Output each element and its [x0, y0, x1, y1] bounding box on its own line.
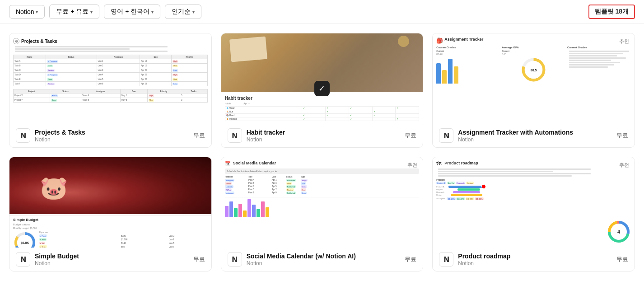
card-name-habit: Habit tracker	[247, 129, 401, 136]
card-thumbnail-roadmap: 추천 🗺 Product roadmap Projects Feature A	[433, 157, 635, 248]
card-footer-roadmap: 𝗡 Product roadmap Notion 무료	[433, 248, 635, 271]
price-filter-label: 무료 + 유료	[56, 8, 89, 16]
card-footer-habit: 𝗡 Habit tracker Notion 무료	[221, 124, 423, 147]
notion-logo-habit: 𝗡	[228, 128, 242, 143]
card-product-roadmap[interactable]: 추천 🗺 Product roadmap Projects Feature A	[432, 157, 635, 271]
card-thumbnail-budget: Simple Budget Budget buttons Monthly bud…	[9, 157, 211, 248]
card-price-projects: 무료	[193, 131, 205, 140]
card-author-habit: Notion	[247, 136, 401, 143]
price-filter-btn[interactable]: 무료 + 유료 ▾	[49, 5, 99, 19]
card-name-social: Social Media Calendar (w/ Notion AI)	[247, 253, 401, 260]
card-thumbnail-habit: Habit tracker Habits Apr → 💧 Water✓✓✓✓ 🏃…	[221, 33, 423, 124]
lang-filter-btn[interactable]: 영어 + 한국어 ▾	[104, 5, 160, 19]
card-price-social: 무료	[405, 255, 416, 263]
card-thumbnail-assignment: 추천 🎒 Assignment Tracker Course Grades Cu…	[433, 33, 635, 124]
notion-logo-roadmap: 𝗡	[439, 252, 453, 267]
card-name-roadmap: Product roadmap	[458, 253, 612, 260]
notion-chevron-icon: ▾	[36, 9, 38, 14]
card-thumbnail-projects: ⚙ Projects & Tasks NameStatusAssigneeDue…	[9, 33, 211, 124]
card-info-budget: Simple Budget Notion	[35, 253, 189, 267]
notion-filter-label: Notion	[16, 8, 34, 15]
card-author-budget: Notion	[35, 260, 189, 267]
card-footer-assignment: 𝗡 Assignment Tracker with Automations No…	[433, 124, 635, 147]
template-grid: ⚙ Projects & Tasks NameStatusAssigneeDue…	[0, 24, 644, 281]
card-price-roadmap: 무료	[616, 255, 628, 263]
card-assignment-tracker[interactable]: 추천 🎒 Assignment Tracker Course Grades Cu…	[432, 33, 635, 148]
card-social-media[interactable]: 추천 📅 Social Media Calendar Schedule that…	[221, 157, 424, 271]
card-footer-budget: 𝗡 Simple Budget Notion 무료	[9, 248, 211, 271]
card-projects-tasks[interactable]: ⚙ Projects & Tasks NameStatusAssigneeDue…	[9, 33, 212, 148]
badge-recommended-assignment: 추천	[619, 38, 629, 45]
card-name-projects: Projects & Tasks	[35, 129, 189, 136]
template-count-badge: 템플릿 18개	[588, 5, 635, 19]
card-name-assignment: Assignment Tracker with Automations	[458, 129, 612, 136]
card-info-social: Social Media Calendar (w/ Notion AI) Not…	[247, 253, 401, 267]
sort-filter-label: 인기순	[172, 8, 191, 16]
card-name-budget: Simple Budget	[35, 253, 189, 260]
notion-filter-btn[interactable]: Notion ▾	[9, 5, 45, 19]
card-info-roadmap: Product roadmap Notion	[458, 253, 612, 267]
badge-recommended-roadmap: 추천	[619, 162, 629, 168]
notion-logo-projects: 𝗡	[16, 128, 30, 143]
card-price-habit: 무료	[405, 131, 416, 140]
badge-recommended-social: 추천	[407, 162, 417, 168]
price-chevron-icon: ▾	[90, 9, 93, 14]
habit-inner-content: Habit tracker Habits Apr → 💧 Water✓✓✓✓ 🏃…	[221, 92, 423, 124]
card-author-projects: Notion	[35, 136, 189, 143]
card-info-assignment: Assignment Tracker with Automations Noti…	[458, 129, 612, 143]
notion-logo-social: 𝗡	[228, 252, 242, 267]
filter-bar: Notion ▾ 무료 + 유료 ▾ 영어 + 한국어 ▾ 인기순 ▾ 템플릿 …	[0, 0, 644, 24]
card-info-projects: Projects & Tasks Notion	[35, 129, 189, 143]
card-author-assignment: Notion	[458, 136, 612, 143]
notion-logo-assignment: 𝗡	[439, 128, 453, 143]
card-info-habit: Habit tracker Notion	[247, 129, 401, 143]
card-habit-tracker[interactable]: Habit tracker Habits Apr → 💧 Water✓✓✓✓ 🏃…	[221, 33, 424, 148]
card-author-roadmap: Notion	[458, 260, 612, 267]
sort-chevron-icon: ▾	[192, 9, 195, 14]
card-footer-social: 𝗡 Social Media Calendar (w/ Notion AI) N…	[221, 248, 423, 271]
notion-logo-budget: 𝗡	[16, 252, 30, 267]
card-thumbnail-social: 추천 📅 Social Media Calendar Schedule that…	[221, 157, 423, 248]
card-footer-projects: 𝗡 Projects & Tasks Notion 무료	[9, 124, 211, 147]
card-author-social: Notion	[247, 260, 401, 267]
card-simple-budget[interactable]: Simple Budget Budget buttons Monthly bud…	[9, 157, 212, 271]
card-price-budget: 무료	[193, 255, 205, 263]
sort-filter-btn[interactable]: 인기순 ▾	[165, 5, 201, 19]
lang-filter-label: 영어 + 한국어	[111, 8, 149, 16]
lang-chevron-icon: ▾	[151, 9, 154, 14]
card-price-assignment: 무료	[616, 131, 628, 140]
